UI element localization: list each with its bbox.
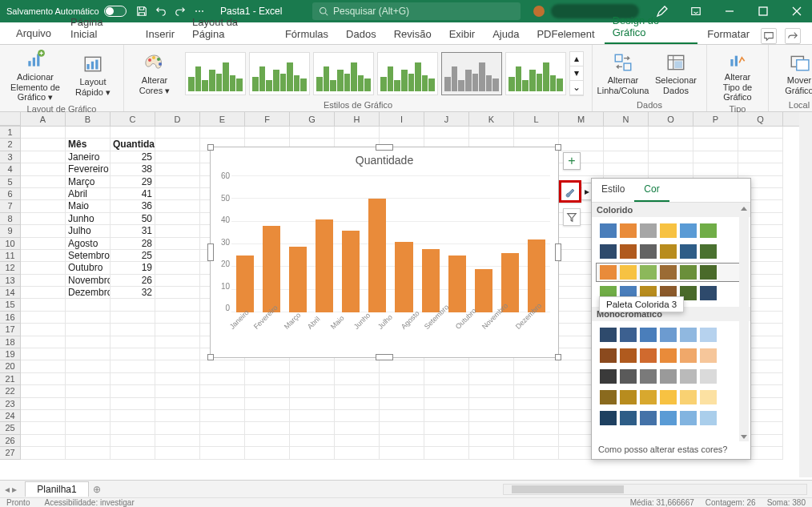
cell[interactable] — [66, 435, 111, 447]
color-swatch[interactable] — [660, 369, 677, 384]
cell[interactable] — [514, 373, 559, 385]
cell[interactable] — [649, 163, 693, 175]
row-header[interactable]: 26 — [0, 435, 21, 447]
cell[interactable] — [111, 447, 155, 459]
style-thumb[interactable] — [505, 52, 566, 95]
cell[interactable] — [693, 127, 738, 139]
cell[interactable]: Outubro — [66, 262, 111, 274]
bar[interactable] — [236, 256, 254, 312]
cell[interactable] — [21, 360, 66, 372]
select-data-button[interactable]: Selecionar Dados — [653, 51, 698, 95]
cell[interactable]: Março — [66, 176, 111, 188]
chart-styles-gallery[interactable]: ▴ ▾ ⌄ — [185, 51, 584, 96]
tab-pdfelement[interactable]: PDFelement — [529, 23, 602, 44]
color-swatch[interactable] — [700, 411, 717, 425]
cell[interactable] — [559, 127, 604, 139]
col-header[interactable]: P — [693, 112, 738, 127]
cell[interactable] — [155, 275, 200, 287]
cell[interactable] — [155, 336, 200, 348]
palette-row[interactable] — [597, 222, 746, 239]
cell[interactable] — [469, 398, 514, 410]
resize-handle[interactable] — [376, 354, 393, 360]
cell[interactable] — [469, 385, 514, 397]
cell[interactable] — [111, 348, 155, 360]
cell[interactable]: Maio — [66, 200, 111, 212]
color-swatch[interactable] — [680, 411, 697, 425]
cell[interactable] — [155, 348, 200, 360]
color-swatch[interactable] — [600, 328, 617, 342]
color-swatch[interactable] — [620, 244, 637, 259]
row-header[interactable]: 10 — [0, 238, 21, 250]
palette-row[interactable] — [597, 326, 746, 344]
cell[interactable] — [469, 127, 514, 139]
popup-tab-estilo[interactable]: Estilo — [592, 179, 634, 202]
cell[interactable] — [155, 447, 200, 459]
cell[interactable] — [693, 163, 738, 175]
cell[interactable] — [111, 410, 155, 422]
cell[interactable] — [380, 373, 424, 385]
cell[interactable] — [21, 312, 66, 324]
cell[interactable] — [21, 127, 66, 139]
bar[interactable] — [316, 219, 333, 312]
horizontal-scrollbar[interactable] — [503, 484, 807, 495]
color-swatch[interactable] — [640, 348, 657, 363]
row-header[interactable]: 22 — [0, 385, 21, 397]
bar[interactable] — [448, 256, 466, 312]
palette-row[interactable] — [597, 368, 746, 385]
col-header[interactable]: K — [469, 112, 514, 127]
col-header[interactable]: L — [514, 112, 559, 127]
style-thumb[interactable] — [313, 52, 374, 95]
search-box[interactable]: Pesquisar (Alt+G) — [312, 2, 521, 20]
color-swatch[interactable] — [640, 369, 657, 384]
cell[interactable] — [514, 127, 559, 139]
color-swatch[interactable] — [700, 244, 717, 259]
share-icon[interactable] — [785, 28, 801, 44]
cell[interactable]: Fevereiro — [66, 163, 111, 175]
row-header[interactable]: 13 — [0, 275, 21, 287]
cell[interactable]: Junho — [66, 213, 111, 225]
undo-icon[interactable] — [152, 2, 170, 20]
cell[interactable] — [514, 385, 559, 397]
col-header[interactable]: N — [604, 112, 649, 127]
cell[interactable] — [290, 410, 335, 422]
cell[interactable] — [245, 385, 290, 397]
cell[interactable] — [66, 127, 111, 139]
chart-filter-fab[interactable] — [563, 208, 581, 226]
cell[interactable] — [111, 385, 155, 397]
cell[interactable] — [111, 127, 155, 139]
cell[interactable] — [21, 213, 66, 225]
cell[interactable] — [290, 398, 335, 410]
row-header[interactable]: 7 — [0, 200, 21, 212]
resize-handle[interactable] — [207, 144, 214, 151]
cell[interactable] — [155, 163, 200, 175]
cell[interactable]: Dezembro — [66, 287, 111, 299]
status-accessibility[interactable]: Acessibilidade: investigar — [44, 498, 134, 507]
cell[interactable] — [469, 422, 514, 434]
cell[interactable] — [604, 127, 649, 139]
cell[interactable] — [66, 398, 111, 410]
row-header[interactable]: 24 — [0, 410, 21, 422]
cell[interactable] — [693, 139, 738, 151]
maximize-icon[interactable] — [748, 0, 778, 22]
cell[interactable] — [245, 127, 290, 139]
comments-icon[interactable] — [761, 28, 777, 44]
cell[interactable] — [21, 163, 66, 175]
cell[interactable] — [424, 435, 469, 447]
style-thumb[interactable] — [249, 52, 310, 95]
cell[interactable] — [290, 447, 335, 459]
resize-handle[interactable] — [207, 243, 214, 261]
minimize-icon[interactable] — [714, 0, 745, 22]
chart-add-element-fab[interactable]: + — [563, 152, 581, 170]
style-thumb[interactable] — [185, 52, 246, 95]
cell[interactable] — [514, 410, 559, 422]
cell[interactable] — [514, 447, 559, 459]
cell[interactable] — [21, 373, 66, 385]
col-header[interactable]: B — [66, 112, 111, 127]
tab-inserir[interactable]: Inserir — [138, 23, 183, 44]
cell[interactable] — [514, 422, 559, 434]
cell[interactable]: Setembro — [66, 250, 111, 262]
column-headers[interactable]: ABCDEFGHIJKLMNOPQ — [0, 112, 812, 127]
bar[interactable] — [342, 231, 360, 312]
cell[interactable] — [380, 410, 424, 422]
cell[interactable] — [335, 422, 380, 434]
